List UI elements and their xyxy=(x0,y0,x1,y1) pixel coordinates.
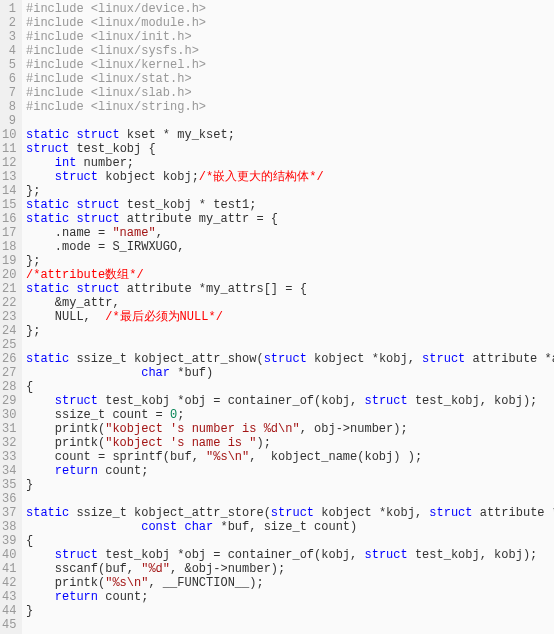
code-line[interactable]: { xyxy=(26,380,554,394)
code-line[interactable]: { xyxy=(26,534,554,548)
code-line[interactable]: return count; xyxy=(26,590,554,604)
line-number: 1 xyxy=(2,2,16,16)
code-token: attribute my_attr = { xyxy=(120,212,278,226)
code-token: count = sprintf(buf, xyxy=(26,450,206,464)
code-token: } xyxy=(26,604,33,618)
code-token xyxy=(26,548,55,562)
code-line[interactable] xyxy=(26,338,554,352)
code-token: count; xyxy=(98,464,148,478)
code-token: <linux/device.h> xyxy=(91,2,206,16)
code-line[interactable]: static struct test_kobj * test1; xyxy=(26,198,554,212)
code-token: test_kobj * test1; xyxy=(120,198,257,212)
line-number: 14 xyxy=(2,184,16,198)
code-token: struct xyxy=(364,394,407,408)
code-line[interactable]: printk("kobject 's name is "); xyxy=(26,436,554,450)
line-number-gutter: 1234567891011121314151617181920212223242… xyxy=(0,0,22,634)
code-token: , obj->number); xyxy=(300,422,408,436)
code-line[interactable]: return count; xyxy=(26,464,554,478)
code-line[interactable]: .name = "name", xyxy=(26,226,554,240)
code-token xyxy=(26,590,55,604)
code-token: struct xyxy=(264,352,307,366)
code-token xyxy=(26,394,55,408)
code-token: <linux/kernel.h> xyxy=(91,58,206,72)
code-line[interactable]: } xyxy=(26,478,554,492)
code-line[interactable]: &my_attr, xyxy=(26,296,554,310)
code-line[interactable]: struct test_kobj *obj = container_of(kob… xyxy=(26,394,554,408)
code-token: "%d" xyxy=(141,562,170,576)
code-token: struct xyxy=(76,282,119,296)
code-area[interactable]: #include <linux/device.h>#include <linux… xyxy=(22,0,554,634)
code-token: , &obj->number); xyxy=(170,562,285,576)
code-line[interactable]: struct kobject kobj;/*嵌入更大的结构体*/ xyxy=(26,170,554,184)
code-token: char xyxy=(184,520,213,534)
code-line[interactable]: static struct kset * my_kset; xyxy=(26,128,554,142)
code-token: "%s\n" xyxy=(105,576,148,590)
code-token: }; xyxy=(26,184,40,198)
code-token: , xyxy=(156,226,163,240)
code-token: return xyxy=(55,464,98,478)
code-token: "%s\n" xyxy=(206,450,249,464)
code-token: #include xyxy=(26,58,91,72)
code-token: struct xyxy=(55,170,98,184)
code-token: kobject kobj; xyxy=(98,170,199,184)
code-token: .name = xyxy=(26,226,112,240)
line-number: 24 xyxy=(2,324,16,338)
code-token: { xyxy=(26,380,33,394)
code-token: struct xyxy=(76,128,119,142)
code-token: struct xyxy=(364,548,407,562)
code-token: #include xyxy=(26,2,91,16)
code-line[interactable]: struct test_kobj { xyxy=(26,142,554,156)
code-line[interactable]: #include <linux/slab.h> xyxy=(26,86,554,100)
code-token: /*嵌入更大的结构体*/ xyxy=(199,170,324,184)
code-line[interactable]: char *buf) xyxy=(26,366,554,380)
code-token: printk( xyxy=(26,436,105,450)
code-line[interactable]: .mode = S_IRWXUGO, xyxy=(26,240,554,254)
code-token xyxy=(26,170,55,184)
code-token: struct xyxy=(26,142,69,156)
code-token: NULL, xyxy=(26,310,105,324)
code-line[interactable]: #include <linux/device.h> xyxy=(26,2,554,16)
code-line[interactable] xyxy=(26,492,554,506)
code-line[interactable] xyxy=(26,618,554,632)
line-number: 29 xyxy=(2,394,16,408)
line-number: 21 xyxy=(2,282,16,296)
code-line[interactable]: #include <linux/init.h> xyxy=(26,30,554,44)
code-line[interactable] xyxy=(26,114,554,128)
line-number: 15 xyxy=(2,198,16,212)
line-number: 43 xyxy=(2,590,16,604)
line-number: 5 xyxy=(2,58,16,72)
code-line[interactable]: printk("kobject 's number is %d\n", obj-… xyxy=(26,422,554,436)
line-number: 28 xyxy=(2,380,16,394)
code-line[interactable]: static ssize_t kobject_attr_store(struct… xyxy=(26,506,554,520)
code-line[interactable]: }; xyxy=(26,324,554,338)
code-line[interactable]: printk("%s\n", __FUNCTION__); xyxy=(26,576,554,590)
line-number: 9 xyxy=(2,114,16,128)
code-line[interactable]: #include <linux/sysfs.h> xyxy=(26,44,554,58)
code-line[interactable]: static struct attribute my_attr = { xyxy=(26,212,554,226)
code-line[interactable]: ssize_t count = 0; xyxy=(26,408,554,422)
code-token: attribute *attr, xyxy=(465,352,554,366)
code-line[interactable]: count = sprintf(buf, "%s\n", kobject_nam… xyxy=(26,450,554,464)
code-line[interactable]: const char *buf, size_t count) xyxy=(26,520,554,534)
code-token: kobject *kobj, xyxy=(314,506,429,520)
code-token: &my_attr, xyxy=(26,296,120,310)
code-line[interactable]: /*attribute数组*/ xyxy=(26,268,554,282)
code-line[interactable]: #include <linux/stat.h> xyxy=(26,72,554,86)
code-token: .mode = S_IRWXUGO, xyxy=(26,240,184,254)
code-line[interactable]: static struct attribute *my_attrs[] = { xyxy=(26,282,554,296)
code-line[interactable]: }; xyxy=(26,254,554,268)
code-line[interactable]: NULL, /*最后必须为NULL*/ xyxy=(26,310,554,324)
code-line[interactable]: sscanf(buf, "%d", &obj->number); xyxy=(26,562,554,576)
code-line[interactable]: #include <linux/kernel.h> xyxy=(26,58,554,72)
line-number: 8 xyxy=(2,100,16,114)
code-line[interactable]: } xyxy=(26,604,554,618)
code-token: ; xyxy=(177,408,184,422)
code-token: }; xyxy=(26,254,40,268)
code-line[interactable]: }; xyxy=(26,184,554,198)
code-line[interactable]: #include <linux/module.h> xyxy=(26,16,554,30)
code-line[interactable]: struct test_kobj *obj = container_of(kob… xyxy=(26,548,554,562)
line-number: 10 xyxy=(2,128,16,142)
code-line[interactable]: #include <linux/string.h> xyxy=(26,100,554,114)
code-line[interactable]: static ssize_t kobject_attr_show(struct … xyxy=(26,352,554,366)
code-line[interactable]: int number; xyxy=(26,156,554,170)
